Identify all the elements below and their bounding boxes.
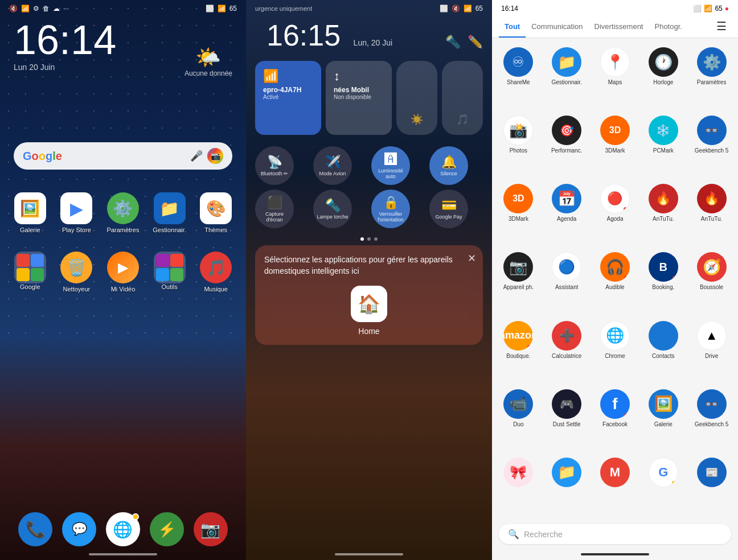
app-themes[interactable]: 🎨 Thèmes: [195, 192, 236, 233]
app-chrome-rp[interactable]: 🌐 Chrome: [591, 316, 639, 385]
app-gnews[interactable]: 📰: [687, 453, 736, 515]
geekbench1-label: Geekbench 5: [695, 147, 729, 154]
app-musique[interactable]: 🎵 Musique: [195, 252, 236, 293]
app-google-folder[interactable]: Google: [10, 252, 51, 293]
app-gmail[interactable]: M: [591, 453, 639, 515]
app-maps[interactable]: 📍 Maps: [591, 43, 639, 111]
rp-search-placeholder[interactable]: Recherche: [524, 530, 563, 539]
mobile-tile[interactable]: ↕️ nées Mobil Non disponible: [326, 61, 392, 135]
bluetooth-btn[interactable]: 📡 Bluetooth ✏: [255, 146, 294, 185]
dock-chrome[interactable]: 🌐: [106, 512, 140, 546]
lampe-btn[interactable]: 🔦 Lampe torche: [313, 190, 352, 228]
app-playstore[interactable]: ▶ Play Store: [56, 192, 97, 233]
app-antutu1[interactable]: 🔥 AnTuTu.: [639, 179, 687, 248]
app-boutique[interactable]: amazon Boutique.: [494, 316, 543, 385]
app-misc1[interactable]: 🎀: [494, 453, 543, 515]
app-gestionnaire-rp[interactable]: 📁 Gestionnair.: [543, 43, 591, 111]
qs-dot-3[interactable]: [374, 237, 378, 241]
silence-btn[interactable]: 🔔 Silence: [429, 146, 468, 185]
qs-home-indicator: [335, 553, 403, 555]
home-app-icon[interactable]: 🏠: [351, 286, 387, 322]
brightness-auto-btn[interactable]: 🅰 Luminosité auto: [371, 146, 410, 185]
app-antutu2[interactable]: 🔥 AnTuTu.: [687, 179, 736, 248]
popup-close-btn[interactable]: ✕: [468, 252, 476, 265]
dock-camera[interactable]: 📷: [194, 512, 228, 546]
tab-photographie[interactable]: Photogr.: [649, 15, 687, 38]
app-agenda[interactable]: 📅 Agenda: [543, 179, 591, 248]
dock-messages[interactable]: 💬: [62, 512, 96, 546]
app-google-rp[interactable]: G: [639, 453, 687, 515]
app-galerie[interactable]: 🖼️ Galerie: [10, 192, 51, 233]
verrouiller-btn[interactable]: 🔒 Verrouiller l'orientation: [371, 190, 410, 228]
dock-phone[interactable]: 📞: [18, 512, 52, 546]
app-galerie-rp[interactable]: 🖼️ Galerie: [639, 385, 687, 453]
gestionnaire-rp-label: Gestionnair.: [552, 79, 582, 85]
drive-icon: ▲: [697, 321, 727, 351]
chrome-rp-icon: 🌐: [600, 321, 630, 351]
qs-clock: 16:15 Lun, 20 Jui: [255, 17, 404, 54]
app-3dmark1[interactable]: 3D 3DMark: [591, 111, 639, 179]
qs-dot-1[interactable]: [360, 237, 364, 241]
rp-wifi-icon: 📶: [704, 5, 712, 13]
app-agoda[interactable]: 🔴 Agoda: [591, 179, 639, 248]
google-search-bar[interactable]: Google 🎤 📷: [14, 142, 232, 170]
app-audible[interactable]: 🎧 Audible: [591, 248, 639, 316]
qs-dot-2[interactable]: [367, 237, 371, 241]
app-themes-label: Thèmes: [204, 227, 227, 233]
mivideo-icon: ▶: [107, 252, 139, 283]
app-dustsettle[interactable]: 🎮 Dust Settle: [543, 385, 591, 453]
app-nettoyeur[interactable]: 🗑️ Nettoyeur: [56, 252, 97, 293]
qs-mute-icon: 🔇: [452, 5, 460, 13]
app-outils[interactable]: Outils: [149, 252, 190, 293]
dock-security[interactable]: ⚡: [150, 512, 184, 546]
qs-status-bar: urgence uniquement ⬜ 🔇 📶 65: [246, 0, 492, 15]
app-boussole[interactable]: 🧭 Boussole: [687, 248, 736, 316]
app-contacts[interactable]: 👤 Contacts: [639, 316, 687, 385]
app-geekbench2[interactable]: 👓 Geekbench 5: [687, 385, 736, 453]
app-shareme[interactable]: ♾ ShareMe: [494, 43, 543, 111]
qs-screen-icon: ⬜: [440, 5, 448, 13]
app-appareil[interactable]: 📷 Appareil ph.: [494, 248, 543, 316]
lens-icon[interactable]: 📷: [207, 148, 223, 164]
brightness-slider[interactable]: ☀️: [396, 61, 437, 135]
popup-text: Sélectionnez les applications pour gérer…: [264, 254, 474, 277]
app-booking[interactable]: B Booking.: [639, 248, 687, 316]
googlepay-btn[interactable]: 💳 Google Pay: [429, 190, 468, 228]
tab-communication[interactable]: Communication: [526, 15, 588, 38]
maps-label: Maps: [608, 79, 622, 85]
gnews-icon: 📰: [697, 458, 727, 487]
app-parametres[interactable]: ⚙️ Paramètres: [102, 192, 144, 233]
rp-category-tabs: Tout Communication Divertissement Photog…: [492, 15, 738, 38]
app-pcmark[interactable]: ❄️ PCMark: [639, 111, 687, 179]
app-3dmark2[interactable]: 3D 3DMark: [494, 179, 543, 248]
app-photos[interactable]: 📸 Photos: [494, 111, 543, 179]
airplane-btn[interactable]: ✈️ Mode Avion: [313, 146, 352, 185]
app-mivideo[interactable]: ▶ Mi Vidéo: [102, 252, 144, 293]
wifi-tile[interactable]: 📶 epro-4JA7H Activé: [255, 61, 321, 135]
screen-status-icon: ⬜: [206, 5, 214, 13]
antutu1-icon: 🔥: [649, 184, 678, 213]
qs-edit-btn[interactable]: ✏️: [468, 35, 483, 50]
home-indicator: [89, 553, 157, 555]
app-duo[interactable]: 📹 Duo: [494, 385, 543, 453]
mic-icon[interactable]: 🎤: [190, 150, 203, 162]
app-horloge[interactable]: 🕐 Horloge: [639, 43, 687, 111]
app-drive[interactable]: ▲ Drive: [687, 316, 736, 385]
performance-icon: 🎯: [552, 116, 581, 145]
capture-btn[interactable]: ⬛ Capture d'écran: [255, 190, 294, 228]
3dmark1-icon: 3D: [600, 116, 630, 145]
app-geekbench1[interactable]: 👓 Geekbench 5: [687, 111, 736, 179]
app-misc2[interactable]: 📁: [543, 453, 591, 515]
app-gestionnaire[interactable]: 📁 Gestionnair.: [149, 192, 190, 233]
app-parametres-rp[interactable]: ⚙️ Paramètres: [687, 43, 736, 111]
volume-slider[interactable]: 🎵: [442, 61, 483, 135]
qs-flashlight-btn[interactable]: 🔦: [445, 35, 461, 50]
tab-divertissement[interactable]: Divertissement: [589, 15, 649, 38]
rp-menu-icon[interactable]: ☰: [712, 15, 731, 38]
app-calculatrice[interactable]: ➕ Calculatrice: [543, 316, 591, 385]
tab-tout[interactable]: Tout: [499, 15, 526, 38]
app-facebook[interactable]: f Facebook: [591, 385, 639, 453]
rp-search-bar[interactable]: 🔍 Recherche: [499, 524, 731, 544]
app-assistant[interactable]: 🔵 Assistant: [543, 248, 591, 316]
app-performance[interactable]: 🎯 Performanc.: [543, 111, 591, 179]
